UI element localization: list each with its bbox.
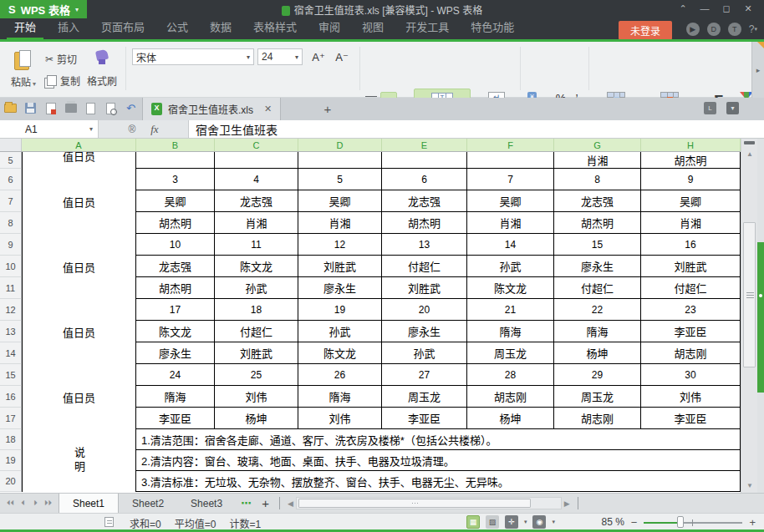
cell-B6[interactable]: 3 [136,169,215,190]
cell-A8[interactable] [22,212,136,234]
page-setup-icon[interactable] [84,101,98,115]
column-header-F[interactable]: F [467,139,554,151]
zoom-out-button[interactable]: − [631,516,638,529]
cell-F9[interactable]: 14 [467,234,554,256]
row-header-8[interactable]: 8 [0,212,22,234]
zoom-slider-handle[interactable] [677,516,684,528]
zoom-in-button[interactable]: + [749,516,756,529]
cell-C11[interactable]: 孙武 [215,277,298,299]
sheet-tab-Sheet2[interactable]: Sheet2 [119,494,177,513]
cell-H17[interactable]: 李亚臣 [641,408,741,429]
close-icon[interactable]: ✕ [737,0,759,17]
open-folder-icon[interactable] [3,101,18,115]
column-header-D[interactable]: D [298,139,382,151]
new-tab-button[interactable]: + [319,100,336,117]
cell-E16[interactable]: 周玉龙 [382,386,467,408]
cell-E7[interactable]: 龙志强 [382,190,467,212]
cell-B11[interactable]: 胡杰明 [136,277,215,299]
cell-D10[interactable]: 刘胜武 [298,256,382,277]
cell-H7[interactable]: 吴卿 [641,190,741,212]
layout-toggle-icon[interactable]: L [704,102,716,114]
cell-E5[interactable] [382,152,467,169]
sheet-tab-Sheet3[interactable]: Sheet3 [177,494,236,513]
row-header-20[interactable]: 20 [0,471,22,492]
cell-F8[interactable]: 肖湘 [467,212,554,234]
search-icon[interactable]: ® [128,124,135,135]
cell-A17[interactable] [22,408,136,429]
cell-G6[interactable]: 8 [554,169,641,190]
cell-H13[interactable]: 李亚臣 [641,321,741,342]
cut-button[interactable]: ✂剪切 [45,52,77,66]
menu-tab-公式[interactable]: 公式 [155,15,199,39]
font-family-select[interactable]: 宋体▾ [132,48,254,65]
cell-A15[interactable] [22,364,136,386]
cell-F17[interactable]: 杨坤 [467,408,554,429]
row-header-15[interactable]: 15 [0,364,22,386]
cell-G7[interactable]: 龙志强 [554,190,641,212]
cell-B15[interactable]: 24 [136,364,215,386]
menu-tab-表格样式[interactable]: 表格样式 [242,15,308,39]
cell-H9[interactable]: 16 [641,234,741,256]
cell-G14[interactable]: 杨坤 [554,342,641,364]
cell-D7[interactable]: 吴卿 [298,190,382,212]
vertical-scroll-thumb[interactable] [743,222,756,367]
cell-C10[interactable]: 陈文龙 [215,256,298,277]
grow-font-button[interactable]: A⁺ [308,48,329,65]
cell-A5[interactable] [22,152,136,169]
cell-A16[interactable] [22,386,136,408]
cell-A10[interactable] [22,256,136,277]
note-cell-20[interactable]: 3.清洁标准：无垃圾、无杂物、摆放整齐、窗台、扶手、电器无尘、无异味。 [136,471,741,492]
cell-C9[interactable]: 11 [215,234,298,256]
cell-G10[interactable]: 廖永生 [554,256,641,277]
cell-G15[interactable]: 29 [554,364,641,386]
cell-F10[interactable]: 孙武 [467,256,554,277]
row-header-9[interactable]: 9 [0,234,22,256]
cell-D12[interactable]: 19 [298,299,382,321]
row-header-6[interactable]: 6 [0,169,22,190]
cell-F15[interactable]: 28 [467,364,554,386]
cell-A6[interactable] [22,169,136,190]
cell-B5[interactable] [136,152,215,169]
cell-E8[interactable]: 胡杰明 [382,212,467,234]
sheet-tab-Sheet1[interactable]: Sheet1 [59,494,119,513]
cell-A19[interactable] [22,450,136,471]
cell-G12[interactable]: 22 [554,299,641,321]
next-sheet-icon[interactable]: ⏵ [30,499,41,508]
cell-C6[interactable]: 4 [215,169,298,190]
select-all-corner[interactable] [0,139,22,151]
cell-G16[interactable]: 周玉龙 [554,386,641,408]
cell-G17[interactable]: 胡志刚 [554,408,641,429]
play-video-icon[interactable]: ▶ [686,23,700,36]
menu-tab-插入[interactable]: 插入 [47,15,90,39]
normal-view-icon[interactable]: ▦ [466,515,480,529]
column-header-E[interactable]: E [382,139,467,151]
eye-protection-icon[interactable]: ◉ [532,515,546,529]
column-header-C[interactable]: C [215,139,298,151]
menu-tab-视图[interactable]: 视图 [351,15,395,39]
menu-tab-开始[interactable]: 开始 [3,15,47,39]
help-icon[interactable]: ?▾ [749,23,757,36]
cell-B10[interactable]: 龙志强 [136,256,215,277]
cell-B14[interactable]: 廖永生 [136,342,215,364]
column-header-A[interactable]: A [22,139,136,151]
cell-C12[interactable]: 18 [215,299,298,321]
cell-D6[interactable]: 5 [298,169,382,190]
cell-F16[interactable]: 胡志刚 [467,386,554,408]
cell-F6[interactable]: 7 [467,169,554,190]
menu-tab-页面布局[interactable]: 页面布局 [90,15,155,39]
cell-F13[interactable]: 隋海 [467,321,554,342]
cell-E14[interactable]: 孙武 [382,342,467,364]
cell-G8[interactable]: 胡杰明 [554,212,641,234]
cell-D16[interactable]: 隋海 [298,386,382,408]
row-header-5[interactable]: 5 [0,152,22,169]
row-header-17[interactable]: 17 [0,408,22,429]
undo-icon[interactable]: ↶ [124,101,138,115]
cell-A18[interactable] [22,429,136,450]
cell-B17[interactable]: 李亚臣 [136,408,215,429]
horizontal-scrollbar[interactable] [296,497,562,509]
cell-F12[interactable]: 21 [467,299,554,321]
login-button[interactable]: 未登录 [619,21,672,40]
cell-H15[interactable]: 30 [641,364,741,386]
column-header-G[interactable]: G [554,139,641,151]
ribbon-expand-strip[interactable]: ▸ [751,42,764,98]
